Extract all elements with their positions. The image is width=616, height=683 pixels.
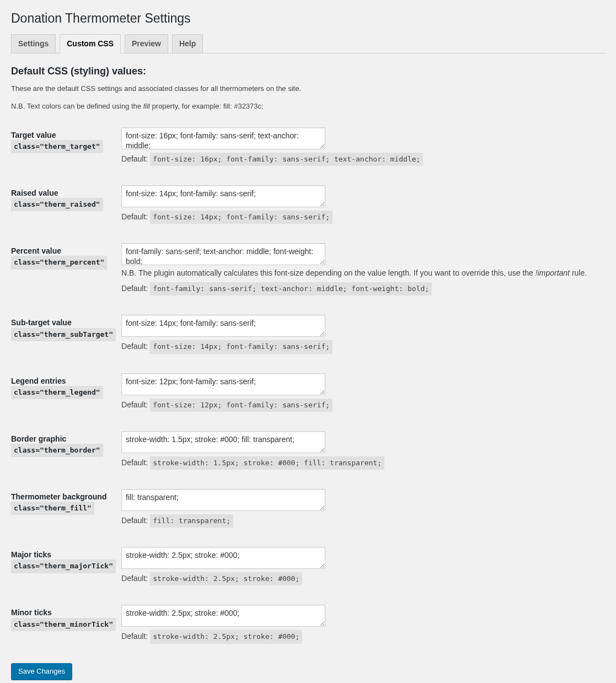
input-subtarget[interactable]: [121, 315, 325, 337]
default-label: Default:: [121, 154, 150, 163]
class-minor: class="therm_minorTick": [11, 618, 116, 631]
row-legend: Legend entries class="therm_legend" Defa…: [11, 365, 605, 423]
default-label: Default:: [121, 400, 150, 409]
intro-text-2: N.B. Text colors can be defined using th…: [11, 101, 605, 112]
tab-custom-css[interactable]: Custom CSS: [60, 34, 121, 54]
default-label: Default:: [121, 284, 150, 293]
class-major: class="therm_majorTick": [11, 560, 116, 573]
section-heading: Default CSS (styling) values:: [11, 66, 605, 77]
label-major: Major ticks: [11, 550, 51, 559]
row-fill: Thermometer background class="therm_fill…: [11, 481, 605, 539]
default-percent: font-family: sans-serif; text-anchor: mi…: [150, 282, 432, 295]
default-target: font-size: 16px; font-family: sans-serif…: [150, 153, 423, 166]
row-minor: Minor ticks class="therm_minorTick" Defa…: [11, 596, 605, 654]
class-subtarget: class="therm_subTarget": [11, 328, 116, 341]
row-border: Border graphic class="therm_border" Defa…: [11, 423, 605, 481]
class-percent: class="therm_percent": [11, 256, 107, 269]
tab-bar: Settings Custom CSS Preview Help: [11, 29, 605, 54]
tab-settings[interactable]: Settings: [11, 34, 56, 53]
percent-nb: N.B. The plugin automatically calculates…: [121, 267, 599, 279]
class-legend: class="therm_legend": [11, 386, 103, 399]
default-border: stroke-width: 1.5px; stroke: #000; fill:…: [150, 456, 384, 470]
default-label: Default:: [121, 632, 150, 641]
default-label: Default:: [121, 516, 150, 525]
intro-text-1: These are the default CSS settings and a…: [11, 83, 605, 94]
row-raised: Raised value class="therm_raised" Defaul…: [11, 177, 605, 235]
label-raised: Raised value: [11, 189, 58, 197]
class-border: class="therm_border": [11, 444, 103, 457]
label-subtarget: Sub-target value: [11, 318, 72, 327]
admin-footer: Thank you for creating with WordPress. V…: [0, 680, 616, 683]
input-raised[interactable]: [121, 185, 325, 207]
class-fill: class="therm_fill": [11, 502, 94, 515]
input-minor[interactable]: [121, 605, 325, 627]
default-raised: font-size: 14px; font-family: sans-serif…: [150, 211, 333, 224]
default-label: Default:: [121, 212, 150, 221]
label-fill: Thermometer background: [11, 492, 106, 501]
class-raised: class="therm_raised": [11, 198, 103, 211]
default-label: Default:: [121, 342, 150, 351]
intro2-em: fill: [143, 102, 150, 110]
page-title: Donation Thermometer Settings: [11, 6, 605, 29]
settings-form-table: Target value class="therm_target" Defaul…: [11, 119, 605, 655]
save-button[interactable]: Save Changes: [11, 663, 72, 680]
input-percent[interactable]: [121, 243, 325, 265]
tab-preview[interactable]: Preview: [125, 34, 168, 53]
label-target: Target value: [11, 131, 56, 139]
default-fill: fill: transparent;: [150, 514, 233, 528]
input-target[interactable]: [121, 127, 325, 149]
label-border: Border graphic: [11, 434, 66, 443]
row-percent: Percent value class="therm_percent" N.B.…: [11, 235, 605, 306]
default-major: stroke-width: 2.5px; stroke: #000;: [150, 572, 302, 585]
default-subtarget: font-size: 14px; font-family: sans-serif…: [150, 340, 333, 353]
default-legend: font-size: 12px; font-family: sans-serif…: [150, 399, 333, 412]
intro2-post: property, for example: fill: #32373c;: [150, 102, 264, 110]
default-label: Default:: [121, 574, 150, 583]
input-fill[interactable]: [121, 489, 325, 511]
label-percent: Percent value: [11, 246, 61, 255]
default-minor: stroke-width: 2.5px; stroke: #000;: [150, 630, 302, 643]
row-target: Target value class="therm_target" Defaul…: [11, 119, 605, 177]
label-minor: Minor ticks: [11, 608, 52, 617]
input-legend[interactable]: [121, 373, 325, 395]
input-major[interactable]: [121, 547, 325, 569]
default-label: Default:: [121, 458, 150, 467]
intro2-pre: N.B. Text colors can be defined using th…: [11, 102, 143, 110]
tab-help[interactable]: Help: [172, 34, 203, 53]
label-legend: Legend entries: [11, 377, 66, 385]
row-subtarget: Sub-target value class="therm_subTarget"…: [11, 306, 605, 364]
input-border[interactable]: [121, 431, 325, 453]
class-target: class="therm_target": [11, 140, 103, 153]
row-major: Major ticks class="therm_majorTick" Defa…: [11, 539, 605, 596]
